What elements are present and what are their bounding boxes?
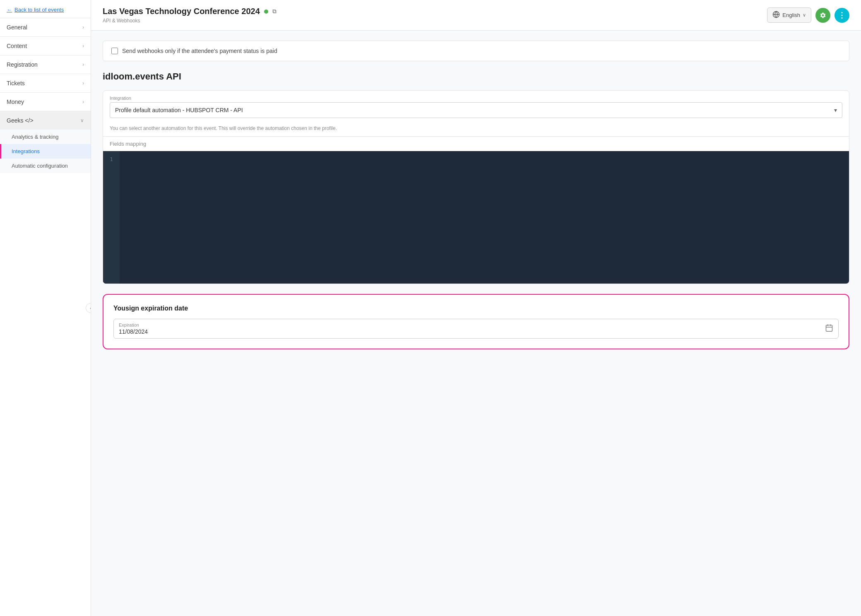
integration-card: Integration Profile default automation -…	[103, 90, 849, 284]
api-section-title: idloom.events API	[103, 71, 849, 82]
integration-dropdown[interactable]: Profile default automation - HUBSPOT CRM…	[110, 102, 842, 118]
back-to-events-link[interactable]: ← Back to list of events	[0, 0, 91, 18]
main-content-area: Las Vegas Technology Conference 2024 ⧉ A…	[91, 0, 861, 616]
external-link-icon[interactable]: ⧉	[272, 8, 277, 15]
money-chevron-icon: ›	[82, 99, 84, 105]
status-indicator	[264, 10, 268, 14]
integration-dropdown-chevron-icon: ▾	[834, 107, 837, 113]
svg-point-4	[841, 17, 842, 18]
sidebar-collapse-button[interactable]: ‹	[86, 303, 91, 313]
back-link-label: Back to list of events	[14, 7, 64, 13]
expiration-field: Expiration 11/08/2024	[119, 322, 148, 335]
tickets-chevron-icon: ›	[82, 80, 84, 86]
more-options-button[interactable]	[835, 8, 849, 23]
svg-point-3	[841, 14, 842, 16]
automatic-config-label: Automatic configuration	[12, 163, 68, 169]
yousign-title: Yousign expiration date	[113, 305, 839, 312]
sidebar-item-general[interactable]: General ›	[0, 18, 91, 36]
header-title-row: Las Vegas Technology Conference 2024 ⧉	[103, 7, 277, 16]
registration-chevron-icon: ›	[82, 62, 84, 67]
geeks-label: Geeks </>	[7, 117, 34, 124]
svg-rect-5	[826, 325, 832, 331]
translate-icon	[772, 11, 780, 19]
header-left: Las Vegas Technology Conference 2024 ⧉ A…	[103, 7, 277, 24]
sidebar-item-content[interactable]: Content ›	[0, 37, 91, 55]
integration-hint: You can select another automation for th…	[103, 123, 849, 136]
webhook-label: Send webhooks only if the attendee's pay…	[122, 48, 277, 54]
geeks-chevron-icon: ∨	[80, 118, 84, 123]
collapse-icon: ‹	[90, 306, 91, 310]
sidebar-item-tickets[interactable]: Tickets ›	[0, 74, 91, 92]
sidebar-item-money[interactable]: Money ›	[0, 93, 91, 111]
line-numbers: 1	[103, 151, 120, 284]
sidebar-item-integrations[interactable]: Integrations	[0, 144, 91, 159]
fields-mapping-label: Fields mapping	[103, 137, 849, 151]
expiration-label: Expiration	[119, 322, 148, 327]
content-area: Send webhooks only if the attendee's pay…	[91, 31, 861, 359]
integration-field-label: Integration	[110, 96, 842, 101]
integrations-label: Integrations	[12, 148, 40, 154]
general-chevron-icon: ›	[82, 24, 84, 30]
svg-point-2	[841, 12, 842, 13]
money-label: Money	[7, 99, 24, 105]
code-editor[interactable]: 1	[103, 151, 849, 284]
expiration-value: 11/08/2024	[119, 328, 148, 335]
language-chevron-icon: ∨	[803, 12, 806, 18]
code-content[interactable]	[120, 151, 849, 284]
geeks-submenu: Analytics & tracking Integrations Automa…	[0, 130, 91, 173]
page-header: Las Vegas Technology Conference 2024 ⧉ A…	[91, 0, 861, 31]
language-label: English	[782, 12, 800, 18]
sidebar: ‹ ← Back to list of events General › Con…	[0, 0, 91, 616]
page-title: Las Vegas Technology Conference 2024	[103, 7, 260, 16]
sidebar-item-analytics[interactable]: Analytics & tracking	[0, 130, 91, 144]
header-right: English ∨	[767, 7, 849, 23]
tickets-label: Tickets	[7, 80, 25, 87]
expiration-input-wrapper[interactable]: Expiration 11/08/2024	[113, 319, 839, 339]
calendar-icon[interactable]	[825, 324, 833, 334]
yousign-expiration-card: Yousign expiration date Expiration 11/08…	[103, 294, 849, 349]
general-label: General	[7, 24, 27, 31]
webhook-checkbox[interactable]	[111, 48, 118, 54]
integration-select-wrapper: Integration Profile default automation -…	[103, 91, 849, 123]
sidebar-item-geeks[interactable]: Geeks </> ∨	[0, 111, 91, 130]
back-arrow-icon: ←	[7, 7, 12, 13]
content-label: Content	[7, 43, 27, 49]
language-selector[interactable]: English ∨	[767, 7, 811, 23]
settings-button[interactable]	[815, 8, 830, 23]
webhook-checkbox-row: Send webhooks only if the attendee's pay…	[103, 41, 849, 61]
registration-label: Registration	[7, 61, 38, 68]
sidebar-item-automatic-config[interactable]: Automatic configuration	[0, 159, 91, 173]
integration-selected-value: Profile default automation - HUBSPOT CRM…	[115, 107, 243, 113]
analytics-label: Analytics & tracking	[12, 134, 58, 140]
fields-mapping-section: Fields mapping 1	[103, 136, 849, 284]
content-chevron-icon: ›	[82, 43, 84, 49]
line-number-1: 1	[110, 155, 113, 164]
breadcrumb: API & Webhooks	[103, 18, 277, 24]
sidebar-item-registration[interactable]: Registration ›	[0, 55, 91, 74]
